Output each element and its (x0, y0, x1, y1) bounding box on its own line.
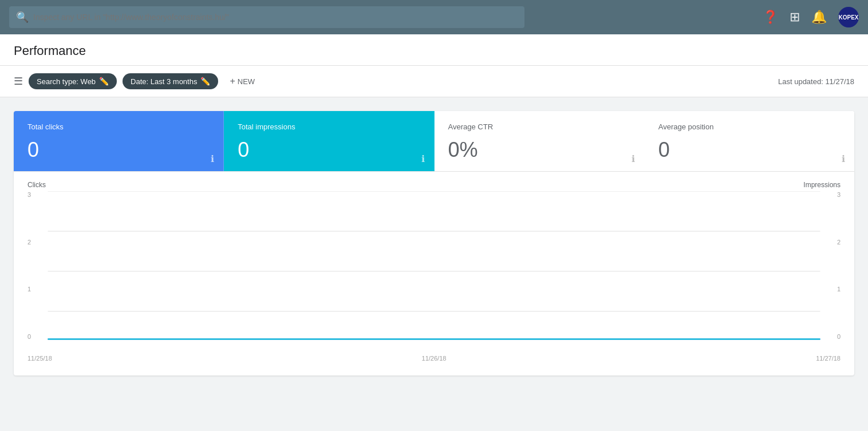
main-content: Total clicks 0 ℹ Total impressions 0 ℹ A… (0, 97, 868, 389)
avg-position-label: Average position (658, 122, 841, 131)
edit-date-icon: ✏️ (200, 77, 210, 86)
topbar-right: ❓ ⊞ 🔔 KOPEX (763, 7, 859, 27)
page-title: Performance (14, 44, 854, 65)
chart-wrapper: 3 2 1 0 3 2 1 0 (27, 191, 841, 351)
y-axis-right: 3 2 1 0 (833, 191, 841, 351)
avg-position-help-icon[interactable]: ℹ (842, 153, 845, 164)
search-box[interactable]: 🔍 (9, 6, 524, 28)
last-updated: Last updated: 11/27/18 (778, 77, 854, 86)
y-right-2: 2 (837, 239, 841, 246)
y-right-0: 0 (837, 333, 841, 340)
metrics-card: Total clicks 0 ℹ Total impressions 0 ℹ A… (14, 111, 854, 375)
plus-icon: + (230, 76, 235, 86)
total-clicks-value: 0 (27, 138, 210, 162)
chart-svg (27, 191, 841, 351)
help-icon[interactable]: ❓ (763, 10, 778, 25)
y-right-1: 1 (837, 286, 841, 292)
date-label: Date: Last 3 months (131, 77, 197, 86)
total-impressions-value: 0 (238, 138, 420, 162)
chart-x-labels: 11/25/18 11/26/18 11/27/18 (27, 355, 841, 362)
y-right-3: 3 (837, 191, 841, 198)
apps-icon[interactable]: ⊞ (790, 10, 800, 25)
y-left-1: 1 (27, 286, 31, 292)
x-label-1: 11/25/18 (27, 355, 52, 362)
x-label-2: 11/26/18 (422, 355, 447, 362)
total-impressions-help-icon[interactable]: ℹ (421, 153, 425, 164)
y-left-0: 0 (27, 333, 31, 340)
metric-tiles: Total clicks 0 ℹ Total impressions 0 ℹ A… (14, 111, 854, 172)
y-left-2: 2 (27, 239, 31, 246)
x-label-3: 11/27/18 (816, 355, 841, 362)
avg-ctr-tile[interactable]: Average CTR 0% ℹ (435, 111, 645, 171)
avg-ctr-help-icon[interactable]: ℹ (632, 153, 635, 164)
new-label: NEW (238, 77, 255, 86)
new-button[interactable]: + NEW (224, 73, 261, 90)
avg-ctr-label: Average CTR (448, 122, 630, 131)
clicks-axis-label: Clicks (27, 181, 46, 189)
filter-icon[interactable]: ☰ (14, 75, 23, 88)
date-filter[interactable]: Date: Last 3 months ✏️ (123, 73, 218, 89)
total-clicks-help-icon[interactable]: ℹ (211, 153, 214, 164)
page-title-bar: Performance (0, 34, 868, 66)
filter-bar: ☰ Search type: Web ✏️ Date: Last 3 month… (0, 66, 868, 97)
avatar[interactable]: KOPEX (838, 7, 859, 27)
total-clicks-tile[interactable]: Total clicks 0 ℹ (14, 111, 224, 171)
total-impressions-label: Total impressions (238, 122, 420, 131)
impressions-axis-label: Impressions (803, 181, 841, 189)
search-type-label: Search type: Web (37, 77, 96, 86)
search-type-filter[interactable]: Search type: Web ✏️ (29, 73, 117, 89)
total-impressions-tile[interactable]: Total impressions 0 ℹ (224, 111, 434, 171)
y-axis-left: 3 2 1 0 (27, 191, 35, 351)
y-left-3: 3 (27, 191, 31, 198)
total-clicks-label: Total clicks (27, 122, 210, 131)
avg-ctr-value: 0% (448, 138, 630, 162)
notifications-icon[interactable]: 🔔 (811, 10, 827, 25)
avg-position-tile[interactable]: Average position 0 ℹ (645, 111, 854, 171)
search-icon: 🔍 (16, 11, 29, 23)
edit-search-type-icon: ✏️ (99, 77, 109, 86)
search-input[interactable] (33, 13, 518, 22)
chart-area: Clicks Impressions 3 2 1 0 3 2 1 0 (14, 172, 854, 375)
avg-position-value: 0 (658, 138, 841, 162)
chart-axis-labels: Clicks Impressions (27, 181, 841, 189)
topbar: 🔍 ❓ ⊞ 🔔 KOPEX (0, 0, 868, 34)
